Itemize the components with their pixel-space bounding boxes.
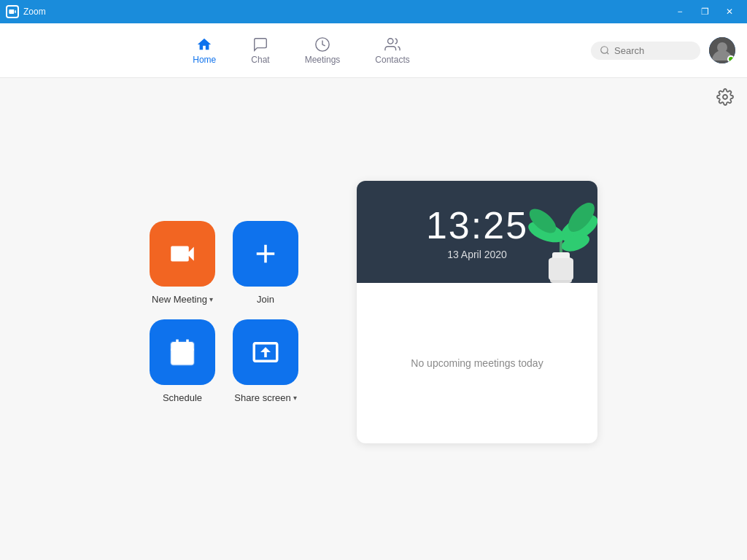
new-meeting-item: New Meeting ▾ <box>150 221 215 305</box>
svg-text:19: 19 <box>177 351 187 362</box>
calendar-body: No upcoming meetings today <box>357 283 597 443</box>
share-screen-item: Share screen ▾ <box>233 319 298 403</box>
nav-right <box>591 37 735 63</box>
tab-meetings[interactable]: Meetings <box>299 34 347 68</box>
tab-contacts-label: Contacts <box>375 55 409 65</box>
new-meeting-chevron: ▾ <box>209 295 213 303</box>
navbar: Home Chat Meetings Contacts <box>0 23 747 78</box>
calendar-widget: 13:25 13 April 2020 No upcoming meetings… <box>357 181 597 443</box>
schedule-label: Schedule <box>163 392 202 403</box>
new-meeting-button[interactable] <box>150 221 215 287</box>
share-screen-chevron: ▾ <box>293 394 297 402</box>
close-button[interactable]: ✕ <box>718 1 741 22</box>
svg-point-2 <box>388 38 393 43</box>
join-label: Join <box>257 294 274 305</box>
tab-chat[interactable]: Chat <box>245 34 275 68</box>
search-box[interactable] <box>591 42 700 60</box>
nav-tabs: Home Chat Meetings Contacts <box>12 34 591 68</box>
clock-block: 13:25 13 April 2020 <box>426 203 528 260</box>
online-badge <box>727 55 735 63</box>
schedule-button[interactable]: 19 <box>150 319 215 385</box>
action-grid: New Meeting ▾ Join <box>150 221 298 403</box>
main-content: New Meeting ▾ Join <box>0 78 747 560</box>
schedule-item: 19 Schedule <box>150 319 215 403</box>
clock-time: 13:25 <box>426 203 528 247</box>
avatar[interactable] <box>709 37 735 63</box>
svg-point-3 <box>601 47 608 53</box>
titlebar-left: Zoom <box>6 5 46 18</box>
share-screen-button[interactable] <box>233 319 298 385</box>
settings-icon[interactable] <box>715 87 735 107</box>
share-screen-label: Share screen ▾ <box>234 392 296 403</box>
minimize-button[interactable]: − <box>668 1 692 22</box>
calendar-header: 13:25 13 April 2020 <box>357 181 597 283</box>
svg-line-4 <box>607 52 609 55</box>
tab-chat-label: Chat <box>251 55 269 65</box>
window-controls[interactable]: − ❐ ✕ <box>668 1 741 22</box>
join-item: Join <box>233 221 298 305</box>
tab-meetings-label: Meetings <box>305 55 341 65</box>
svg-rect-22 <box>549 258 573 280</box>
join-button[interactable] <box>233 221 298 287</box>
zoom-logo <box>6 5 19 18</box>
search-icon <box>600 45 610 55</box>
plant-decoration <box>525 188 597 283</box>
tab-home-label: Home <box>193 55 216 65</box>
search-input[interactable] <box>614 45 692 56</box>
titlebar: Zoom − ❐ ✕ <box>0 0 747 23</box>
app-title: Zoom <box>23 7 46 17</box>
clock-date: 13 April 2020 <box>447 249 507 260</box>
svg-point-7 <box>723 95 727 99</box>
no-meetings-text: No upcoming meetings today <box>411 357 543 369</box>
restore-button[interactable]: ❐ <box>693 1 716 22</box>
new-meeting-label: New Meeting ▾ <box>152 294 213 305</box>
tab-contacts[interactable]: Contacts <box>369 34 415 68</box>
tab-home[interactable]: Home <box>187 34 222 68</box>
